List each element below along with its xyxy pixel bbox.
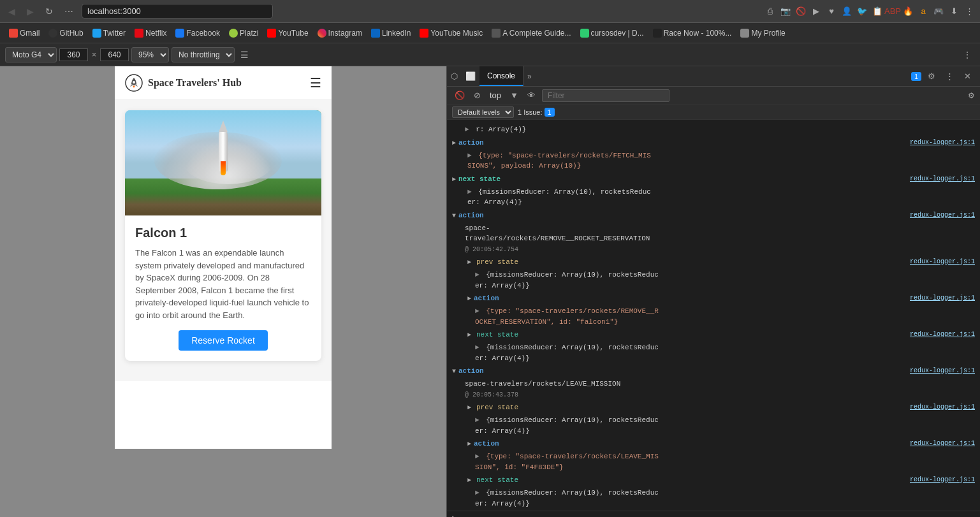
main-area: Space Travelers' Hub ☰ [0, 66, 980, 517]
ext1-icon[interactable]: 🐦 [856, 6, 868, 17]
bookmark-youtube-music[interactable]: YouTube Music [416, 27, 486, 39]
redux-link-8[interactable]: redux-logger.js:1 [910, 404, 975, 411]
adblock-icon[interactable]: ABP [887, 6, 898, 17]
redux-link-10[interactable]: redux-logger.js:1 [910, 476, 975, 483]
nav-refresh-button[interactable]: ↻ [42, 5, 56, 18]
device-selector[interactable]: Moto G4 [5, 47, 57, 62]
bookmark-cursosdev[interactable]: cursosdev | D... [576, 27, 648, 39]
log-next-state-leave[interactable]: ► next state redux-logger.js:1 [447, 474, 980, 486]
log-entry-fetch-missions: ► {type: "space-travelers/rockets/FETCH_… [447, 149, 980, 173]
heart-icon[interactable]: ♥ [826, 6, 837, 17]
redux-link-1[interactable]: redux-logger.js:1 [910, 139, 975, 146]
devtools-settings-gear-icon[interactable]: ⚙ [924, 71, 939, 81]
camera-icon[interactable]: 📷 [780, 6, 791, 17]
zoom-selector[interactable]: 95% [131, 47, 169, 62]
redux-link-5[interactable]: redux-logger.js:1 [910, 295, 975, 302]
screen-capture-icon[interactable]: ⎙ [764, 6, 776, 17]
prev-state-label: prev state [476, 258, 518, 266]
bookmark-instagram[interactable]: Instagram [314, 27, 366, 39]
log-prev-state-leave[interactable]: ► prev state redux-logger.js:1 [447, 402, 980, 413]
console-filter-icon[interactable]: ⊘ [471, 89, 483, 101]
bookmark-complete-guide[interactable]: A Complete Guide... [488, 27, 574, 39]
redux-link-4[interactable]: redux-logger.js:1 [910, 258, 975, 265]
redux-link-7[interactable]: redux-logger.js:1 [910, 367, 975, 374]
bookmark-my-profile[interactable]: My Profile [736, 27, 789, 39]
more-options-icon[interactable]: ⋮ [960, 48, 975, 61]
bookmark-linkedin[interactable]: LinkedIn [367, 27, 414, 39]
bookmark-github[interactable]: GitHub [45, 27, 87, 39]
ext4-icon[interactable]: 🎮 [933, 6, 944, 17]
ext3-icon[interactable]: 🔥 [902, 6, 914, 17]
log-section-next-state-1[interactable]: ► next state redux-logger.js:1 [447, 173, 980, 185]
top-dropdown-icon[interactable]: ▼ [508, 89, 521, 101]
bookmark-cursosdev-label: cursosdev | D... [591, 29, 644, 38]
bookmark-platzi[interactable]: Platzi [225, 27, 262, 39]
console-settings-icon[interactable]: ⚙ [968, 91, 975, 100]
log-next-state-remove[interactable]: ► next state redux-logger.js:1 [447, 329, 980, 340]
default-levels-selector[interactable]: Default levels [452, 106, 514, 118]
redux-link-6[interactable]: redux-logger.js:1 [910, 331, 975, 338]
app-logo: Space Travelers' Hub [125, 74, 242, 92]
devtools-responsive-bar: Moto G4 × 95% No throttling ☰ ⋮ [0, 43, 980, 66]
console-input[interactable] [460, 514, 975, 517]
bookmark-gmail-label: Gmail [20, 29, 40, 38]
svg-point-1 [133, 81, 135, 84]
ext2-icon[interactable]: 📋 [872, 6, 883, 17]
prompt-arrow: ► [452, 514, 457, 517]
bookmark-netflix[interactable]: Netflix [131, 27, 170, 39]
devtools-close-icon[interactable]: ✕ [960, 71, 975, 81]
bookmark-gmail[interactable]: Gmail [5, 27, 43, 39]
profile-icon[interactable]: 👤 [841, 6, 852, 17]
bookmark-race-now[interactable]: Race Now - 100%... [649, 27, 736, 39]
hamburger-menu[interactable]: ☰ [310, 75, 321, 91]
log-section-remove-reservation[interactable]: ▼ action redux-logger.js:1 [447, 210, 980, 221]
log-section-action[interactable]: ► action redux-logger.js:1 [447, 137, 980, 149]
height-input[interactable] [100, 48, 129, 61]
menu-dots-icon[interactable]: ⋮ [963, 6, 975, 17]
touch-icon[interactable]: ☰ [237, 48, 252, 61]
bookmark-youtube[interactable]: YouTube [263, 27, 312, 39]
collapse-icon-nsl: ► [467, 477, 471, 484]
console-clear-icon[interactable]: 🚫 [452, 89, 467, 101]
bookmark-facebook[interactable]: Facebook [172, 27, 224, 39]
bookmark-netflix-label: Netflix [145, 29, 166, 38]
download-icon[interactable]: ⬇ [948, 6, 960, 17]
mobile-frame: Space Travelers' Hub ☰ [115, 66, 332, 449]
top-label: top [487, 91, 504, 100]
log-action-leave[interactable]: ► action redux-logger.js:1 [447, 438, 980, 449]
devtools-more-tabs[interactable]: » [523, 72, 536, 81]
toolbar-icons: ⎙ 📷 🚫 ▶ ♥ 👤 🐦 📋 ABP 🔥 a 🎮 ⬇ ⋮ [764, 6, 975, 17]
block-icon[interactable]: 🚫 [795, 6, 807, 17]
tab-console[interactable]: Console [479, 66, 523, 86]
redux-link-9[interactable]: redux-logger.js:1 [910, 440, 975, 447]
redux-link-2[interactable]: redux-logger.js:1 [910, 175, 975, 182]
bookmark-my-profile-label: My Profile [751, 29, 785, 38]
eye-icon[interactable]: 👁 [525, 89, 538, 101]
devtools-more-icon[interactable]: ⋮ [942, 71, 958, 81]
browser-viewport: Space Travelers' Hub ☰ [0, 66, 446, 517]
bookmarks-bar: Gmail GitHub Twitter Netflix Facebook Pl… [0, 23, 980, 43]
devtools-inspect-icon[interactable]: ⬡ [447, 71, 462, 81]
address-bar[interactable] [82, 4, 273, 18]
log-label-al: action [474, 440, 499, 448]
bookmark-twitter[interactable]: Twitter [89, 27, 129, 39]
play-icon[interactable]: ▶ [810, 6, 822, 17]
devtools-tabs-bar: ⬡ ⬜ Console » 1 ⚙ ⋮ ✕ [447, 66, 980, 87]
prev-state-label-lm: prev state [476, 404, 518, 411]
throttle-selector[interactable]: No throttling [172, 47, 235, 62]
nav-back-button[interactable]: ◀ [5, 5, 18, 18]
bookmark-youtube-music-label: YouTube Music [430, 29, 483, 38]
nav-forward-button[interactable]: ▶ [24, 5, 37, 18]
redux-link-3[interactable]: redux-logger.js:1 [910, 212, 975, 219]
nav-more-button[interactable]: ⋯ [61, 5, 77, 18]
devtools-device-icon[interactable]: ⬜ [462, 71, 479, 81]
console-filter-input[interactable] [542, 89, 669, 102]
tab-console-label: Console [487, 71, 515, 80]
log-action-remove[interactable]: ► action redux-logger.js:1 [447, 293, 980, 304]
log-section-leave-mission[interactable]: ▼ action redux-logger.js:1 [447, 365, 980, 377]
log-prev-state-remove[interactable]: ► prev state redux-logger.js:1 [447, 256, 980, 268]
width-input[interactable] [59, 48, 88, 61]
reserve-rocket-button[interactable]: Reserve Rocket [179, 330, 268, 351]
amazon-icon[interactable]: a [918, 6, 929, 17]
timestamp-1: @ 20:05:42.754 [465, 246, 518, 253]
